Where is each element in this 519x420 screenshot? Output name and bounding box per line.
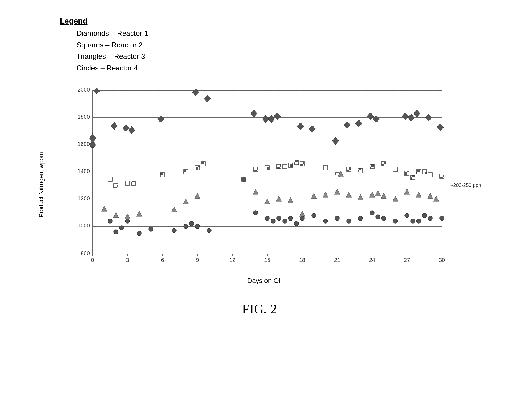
svg-rect-66 bbox=[195, 166, 200, 170]
svg-point-129 bbox=[265, 216, 269, 221]
svg-point-134 bbox=[294, 221, 299, 226]
legend: Legend Diamonds – Reactor 1 Squares – Re… bbox=[60, 17, 481, 74]
svg-rect-67 bbox=[201, 162, 205, 166]
svg-point-130 bbox=[271, 219, 275, 223]
svg-rect-65 bbox=[184, 170, 188, 174]
svg-rect-87 bbox=[428, 173, 432, 177]
chart-area: Product Nitrogen, wppm bbox=[38, 85, 481, 285]
chart-svg: 2000 1800 1600 1400 1200 1000 800 bbox=[48, 85, 481, 274]
svg-point-132 bbox=[283, 219, 287, 223]
svg-point-115 bbox=[90, 142, 95, 148]
svg-point-137 bbox=[323, 219, 328, 223]
svg-rect-61 bbox=[114, 184, 118, 188]
chart-wrapper: Product Nitrogen, wppm bbox=[38, 85, 481, 285]
svg-point-125 bbox=[195, 224, 200, 229]
legend-item-squares: Squares – Reactor 2 bbox=[77, 39, 481, 51]
svg-text:3: 3 bbox=[126, 257, 129, 263]
svg-rect-74 bbox=[294, 160, 299, 165]
svg-text:2000: 2000 bbox=[78, 87, 90, 93]
svg-text:12: 12 bbox=[229, 257, 235, 263]
svg-rect-80 bbox=[370, 164, 374, 169]
svg-point-121 bbox=[149, 227, 153, 231]
svg-point-145 bbox=[405, 213, 409, 218]
svg-rect-83 bbox=[405, 171, 409, 176]
svg-rect-88 bbox=[440, 174, 444, 178]
svg-point-120 bbox=[137, 231, 141, 236]
svg-text:1400: 1400 bbox=[78, 168, 90, 174]
svg-point-146 bbox=[411, 219, 415, 223]
legend-item-circles: Circles – Reactor 4 bbox=[77, 62, 481, 74]
svg-rect-63 bbox=[131, 181, 136, 185]
svg-text:21: 21 bbox=[334, 257, 340, 263]
chart-inner: 2000 1800 1600 1400 1200 1000 800 bbox=[48, 85, 481, 285]
legend-item-diamonds: Diamonds – Reactor 1 bbox=[77, 28, 481, 39]
svg-point-127 bbox=[242, 177, 246, 181]
svg-text:30: 30 bbox=[439, 257, 445, 263]
svg-point-142 bbox=[376, 215, 380, 219]
svg-point-128 bbox=[253, 211, 258, 215]
svg-text:~200-250 ppm: ~200-250 ppm bbox=[450, 183, 481, 188]
svg-rect-64 bbox=[160, 173, 165, 177]
svg-rect-84 bbox=[411, 175, 415, 180]
svg-point-147 bbox=[416, 219, 421, 223]
svg-point-149 bbox=[428, 216, 432, 221]
page-container: Legend Diamonds – Reactor 1 Squares – Re… bbox=[38, 17, 481, 317]
svg-text:1800: 1800 bbox=[78, 114, 90, 120]
svg-text:6: 6 bbox=[161, 257, 164, 263]
svg-rect-60 bbox=[108, 177, 112, 181]
svg-text:1000: 1000 bbox=[78, 222, 90, 229]
svg-point-140 bbox=[358, 216, 363, 221]
svg-rect-71 bbox=[277, 164, 281, 169]
svg-point-141 bbox=[370, 211, 374, 215]
svg-point-143 bbox=[381, 216, 386, 221]
svg-rect-76 bbox=[323, 166, 328, 170]
svg-rect-72 bbox=[283, 164, 287, 169]
svg-point-117 bbox=[114, 230, 118, 234]
svg-rect-78 bbox=[347, 167, 351, 171]
svg-point-150 bbox=[440, 216, 444, 221]
svg-text:18: 18 bbox=[299, 257, 305, 263]
svg-text:15: 15 bbox=[264, 257, 270, 263]
svg-point-135 bbox=[300, 216, 304, 221]
svg-rect-62 bbox=[125, 181, 130, 185]
svg-rect-79 bbox=[358, 168, 363, 173]
svg-point-133 bbox=[288, 216, 293, 221]
svg-text:1200: 1200 bbox=[78, 195, 90, 201]
svg-point-139 bbox=[347, 219, 351, 223]
x-axis-label: Days on Oil bbox=[48, 277, 481, 285]
svg-point-126 bbox=[207, 228, 211, 233]
svg-point-131 bbox=[277, 216, 281, 221]
svg-rect-82 bbox=[393, 167, 398, 171]
svg-point-144 bbox=[393, 219, 398, 223]
svg-rect-75 bbox=[300, 162, 304, 166]
svg-rect-81 bbox=[381, 162, 386, 166]
svg-text:24: 24 bbox=[369, 257, 375, 263]
legend-title: Legend bbox=[60, 17, 481, 26]
svg-point-136 bbox=[312, 213, 316, 218]
svg-point-116 bbox=[108, 219, 112, 223]
svg-rect-69 bbox=[253, 167, 258, 171]
y-axis-label: Product Nitrogen, wppm bbox=[38, 102, 45, 268]
svg-rect-73 bbox=[288, 163, 293, 167]
legend-item-triangles: Triangles – Reactor 3 bbox=[77, 51, 481, 62]
svg-rect-0 bbox=[93, 90, 442, 254]
svg-text:0: 0 bbox=[91, 257, 94, 263]
svg-text:27: 27 bbox=[404, 257, 410, 263]
svg-rect-70 bbox=[265, 166, 269, 170]
svg-point-148 bbox=[422, 213, 427, 218]
svg-rect-85 bbox=[416, 170, 421, 174]
svg-point-122 bbox=[172, 228, 176, 233]
svg-point-119 bbox=[125, 219, 130, 223]
svg-point-118 bbox=[119, 226, 124, 230]
figure-label: FIG. 2 bbox=[38, 301, 481, 317]
svg-text:800: 800 bbox=[81, 250, 90, 256]
svg-rect-86 bbox=[422, 170, 427, 174]
svg-point-138 bbox=[335, 216, 339, 221]
svg-text:1600: 1600 bbox=[78, 141, 90, 147]
svg-text:9: 9 bbox=[196, 257, 199, 263]
svg-point-123 bbox=[184, 224, 188, 229]
svg-point-124 bbox=[189, 221, 194, 226]
